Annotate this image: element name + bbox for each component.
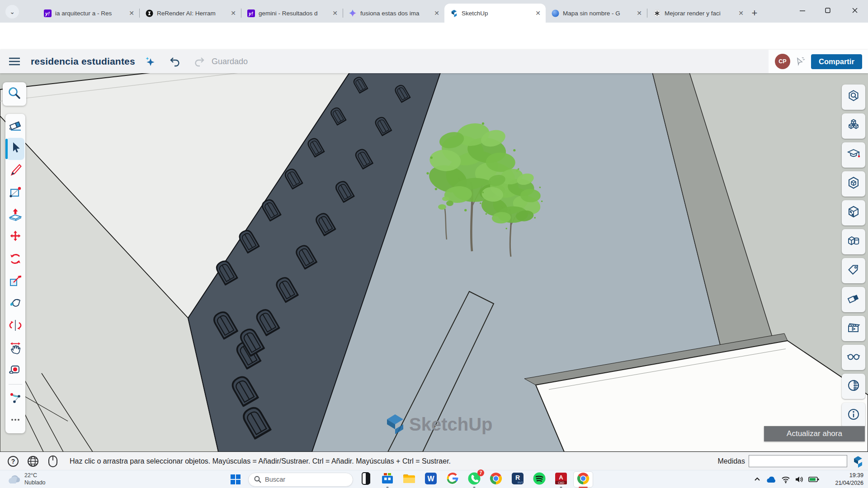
scene-3d[interactable]: SketchUp	[0, 73, 868, 452]
redo-button[interactable]	[193, 56, 205, 69]
tray-battery-icon[interactable]	[808, 476, 819, 483]
line-icon	[9, 164, 22, 179]
taskbar-search[interactable]: Buscar	[248, 473, 353, 487]
panel-instructor[interactable]	[842, 142, 865, 168]
eraser-tool[interactable]	[6, 116, 24, 138]
model-viewport[interactable]: SketchUp Actualizar ahora	[0, 73, 868, 452]
word-taskbar-icon[interactable]: W	[421, 471, 440, 488]
move-tool[interactable]	[6, 226, 24, 249]
watermark-text: SketchUp	[409, 414, 493, 434]
phone-link-taskbar-icon[interactable]	[356, 471, 375, 488]
panel-model-search[interactable]	[842, 84, 865, 110]
mouse-help-button[interactable]	[46, 455, 60, 468]
tray-chevron-up-icon[interactable]	[753, 475, 761, 483]
new-tab-button[interactable]: +	[748, 6, 761, 20]
select-tool[interactable]	[6, 138, 24, 160]
whatsapp-taskbar-icon[interactable]: 7	[465, 471, 484, 488]
system-tray	[753, 470, 819, 488]
panel-tags[interactable]	[842, 258, 865, 283]
tab-close-icon[interactable]: ✕	[433, 9, 441, 17]
statusbar: ? Haz clic o arrastra para seleccionar o…	[0, 452, 868, 470]
panel-scenes[interactable]	[842, 316, 865, 341]
ms-store-taskbar-icon[interactable]	[378, 471, 397, 488]
user-avatar[interactable]: CP	[775, 54, 790, 69]
autocad-taskbar-icon[interactable]: ACAD	[552, 471, 571, 488]
chrome-taskbar-icon[interactable]	[486, 471, 505, 488]
browser-tab[interactable]: SketchUp✕	[444, 4, 546, 23]
scale-tool[interactable]	[6, 271, 24, 293]
measurements-input[interactable]	[749, 455, 847, 467]
browser-tab[interactable]: ReRender AI: Herram✕	[140, 4, 241, 23]
tab-title: ia arquitectur a - Res	[55, 10, 124, 17]
push-pull-tool[interactable]	[6, 204, 24, 226]
rectangle-tool[interactable]	[6, 182, 24, 204]
tab-title: SketchUp	[462, 10, 530, 17]
update-banner[interactable]: Actualizar ahora	[764, 426, 865, 441]
chrome-taskbar-icon[interactable]	[573, 471, 593, 488]
panel-materials[interactable]	[842, 200, 865, 225]
paint-bucket-tool[interactable]	[6, 293, 24, 315]
browser-tab[interactable]: fusiona estas dos ima✕	[343, 4, 444, 23]
tape-measure-tool[interactable]	[6, 359, 24, 381]
spotify-taskbar-icon[interactable]	[530, 471, 549, 488]
tab-close-icon[interactable]: ✕	[127, 9, 136, 17]
panel-model-info[interactable]	[842, 403, 865, 428]
arc-tool[interactable]	[6, 387, 24, 409]
tab-close-icon[interactable]: ✕	[331, 9, 339, 17]
question-icon: ?	[7, 455, 19, 467]
panel-styles[interactable]	[842, 345, 865, 370]
search-tool-button[interactable]	[3, 82, 26, 106]
google-taskbar-icon[interactable]	[443, 471, 462, 488]
more-tools-tool[interactable]	[6, 409, 24, 432]
file-explorer-taskbar-icon[interactable]	[400, 471, 419, 488]
browser-tab[interactable]: y!gemini - Resultados d✕	[241, 4, 343, 23]
panel-soften-edges[interactable]	[842, 287, 865, 312]
tray-wifi-icon[interactable]	[781, 475, 790, 483]
main-menu-button[interactable]	[8, 56, 21, 69]
language-button[interactable]	[26, 455, 40, 468]
orbit-tool[interactable]	[6, 315, 24, 337]
tray-volume-icon[interactable]	[795, 475, 804, 483]
ms-store-icon	[381, 472, 394, 487]
panel-warehouse[interactable]	[842, 171, 865, 197]
tray-onedrive-icon[interactable]	[766, 475, 777, 483]
line-tool[interactable]	[6, 160, 24, 182]
weather-widget[interactable]: 22°C Nublado	[7, 472, 46, 486]
scale-icon	[9, 274, 22, 290]
tab-close-icon[interactable]: ✕	[534, 9, 542, 17]
tab-close-icon[interactable]: ✕	[229, 9, 237, 17]
browser-tab[interactable]: Mapa sin nombre - G✕	[546, 4, 647, 23]
svg-text:CAD: CAD	[558, 481, 564, 484]
model-title[interactable]: residencia estudiantes	[31, 56, 135, 67]
warehouse-icon	[847, 176, 860, 192]
pan-icon	[9, 341, 22, 356]
rotate-tool[interactable]	[6, 249, 24, 271]
yahoo-favicon: y!	[43, 9, 52, 17]
tool-rail-divider	[9, 384, 22, 385]
svg-text:RVT: RVT	[518, 481, 523, 484]
browser-tab[interactable]: y!ia arquitectur a - Res✕	[38, 4, 139, 23]
rectangle-icon	[9, 186, 22, 201]
panel-geolocation[interactable]	[842, 374, 865, 399]
redo-icon	[193, 56, 205, 67]
start-button[interactable]	[226, 471, 245, 488]
taskbar-clock[interactable]: 19:39 21/04/2026	[835, 472, 863, 487]
browser-tab[interactable]: Mejorar render y faci✕	[647, 4, 749, 23]
select-icon	[9, 141, 22, 157]
hamburger-icon	[8, 56, 21, 67]
undo-button[interactable]	[169, 56, 181, 69]
panel-components[interactable]	[842, 113, 865, 139]
window-maximize-button[interactable]	[817, 0, 838, 21]
window-minimize-button[interactable]	[792, 0, 813, 21]
tab-search-button[interactable]: ⌄	[5, 5, 19, 19]
window-close-button[interactable]	[844, 0, 865, 21]
pan-tool[interactable]	[6, 337, 24, 359]
tab-title: gemini - Resultados d	[259, 10, 327, 17]
ai-assistant-button[interactable]	[144, 56, 156, 70]
help-button[interactable]: ?	[6, 455, 20, 468]
revit-taskbar-icon[interactable]: RRVT	[508, 471, 527, 488]
share-button[interactable]: Compartir	[811, 54, 862, 69]
panel-solids[interactable]	[842, 229, 865, 254]
tab-close-icon[interactable]: ✕	[737, 9, 745, 17]
tab-close-icon[interactable]: ✕	[635, 9, 643, 17]
